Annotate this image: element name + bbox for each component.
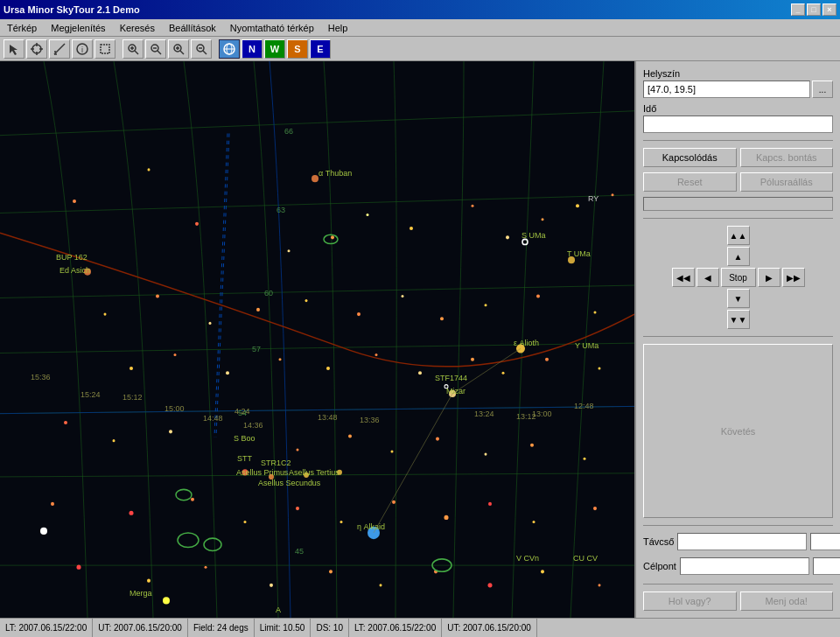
progress-bar bbox=[643, 197, 833, 211]
svg-text:63: 63 bbox=[276, 206, 285, 214]
minimize-button[interactable]: _ bbox=[791, 4, 805, 16]
svg-text:66: 66 bbox=[284, 126, 293, 135]
svg-point-44 bbox=[73, 200, 76, 203]
nav-down-button[interactable]: ▼ bbox=[727, 289, 750, 308]
svg-text:13:00: 13:00 bbox=[532, 410, 551, 418]
polusraallas-button[interactable]: Pólusraállás bbox=[740, 172, 834, 192]
nav-controls: ▲▲ ▲ ◀◀ ◀ Stop ▶ ▶▶ ▼ ▼▼ bbox=[643, 226, 833, 329]
svg-text:15:12: 15:12 bbox=[122, 393, 142, 402]
svg-text:Asellus Secundus: Asellus Secundus bbox=[258, 479, 321, 487]
tool-crosshair[interactable] bbox=[26, 39, 47, 59]
tool-measure[interactable] bbox=[49, 39, 70, 59]
svg-line-6 bbox=[54, 44, 65, 54]
svg-point-51 bbox=[472, 205, 474, 207]
tool-zoom-in[interactable] bbox=[122, 39, 144, 59]
tool-zoom-out[interactable] bbox=[145, 39, 166, 59]
helyszin-browse-button[interactable]: ... bbox=[812, 80, 833, 98]
svg-rect-29 bbox=[0, 61, 634, 618]
compass-e[interactable]: E bbox=[310, 39, 331, 59]
svg-point-108 bbox=[598, 584, 601, 586]
maximize-button[interactable]: □ bbox=[807, 4, 821, 16]
close-button[interactable]: × bbox=[822, 4, 836, 16]
divider-3 bbox=[643, 336, 833, 337]
svg-point-119 bbox=[163, 597, 170, 604]
svg-text:45: 45 bbox=[295, 547, 304, 556]
helyszin-input[interactable] bbox=[643, 80, 810, 98]
star-map[interactable]: .grid-line { stroke: #1a5c1a; stroke-wid… bbox=[0, 61, 634, 618]
nav-downdown-button[interactable]: ▼▼ bbox=[727, 310, 750, 329]
compass-w[interactable]: W bbox=[264, 39, 285, 59]
svg-text:A: A bbox=[276, 606, 282, 614]
nav-up-button[interactable]: ▲ bbox=[727, 247, 750, 266]
svg-point-106 bbox=[488, 583, 493, 587]
svg-point-58 bbox=[209, 322, 212, 325]
nav-row-down: ▼ bbox=[643, 289, 833, 308]
menu-beallitasok[interactable]: Beállítások bbox=[165, 21, 220, 35]
nav-row-downdown: ▼▼ bbox=[643, 310, 833, 329]
stop-button[interactable]: Stop bbox=[721, 268, 756, 287]
menj-oda-button[interactable]: Menj oda! bbox=[740, 592, 834, 611]
svg-point-82 bbox=[348, 434, 352, 438]
svg-text:Asellus Primus: Asellus Primus bbox=[236, 468, 289, 477]
tool-info[interactable]: i bbox=[72, 39, 93, 59]
tool-select-box[interactable] bbox=[94, 39, 116, 59]
compass-n[interactable]: N bbox=[242, 39, 262, 59]
ido-input[interactable] bbox=[643, 116, 833, 133]
svg-text:BUP 162: BUP 162 bbox=[56, 253, 88, 262]
celpoint-input[interactable] bbox=[680, 557, 809, 575]
ido-section: Idő bbox=[643, 103, 833, 133]
menu-kereses[interactable]: Keresés bbox=[116, 21, 158, 35]
svg-point-71 bbox=[326, 367, 330, 370]
svg-point-34 bbox=[312, 175, 318, 182]
nav-fastback-button[interactable]: ◀◀ bbox=[672, 268, 695, 287]
toolbar: i N W S E bbox=[0, 37, 840, 61]
svg-point-61 bbox=[357, 312, 360, 316]
menu-nyomtathato[interactable]: Nyomtatható térkép bbox=[227, 21, 318, 35]
menu-help[interactable]: Help bbox=[325, 21, 352, 35]
tavcso-input[interactable] bbox=[677, 533, 807, 550]
svg-rect-11 bbox=[101, 45, 109, 53]
svg-point-95 bbox=[444, 515, 449, 520]
status-lt: LT: 2007.06.15/22:00 bbox=[0, 619, 93, 637]
status-limit: Limit: 10.50 bbox=[255, 619, 312, 637]
svg-point-100 bbox=[147, 579, 150, 583]
svg-text:STF1744: STF1744 bbox=[435, 374, 467, 382]
svg-text:13:36: 13:36 bbox=[360, 416, 379, 424]
tavcso-input2[interactable] bbox=[810, 533, 840, 550]
tool-pointer[interactable] bbox=[4, 39, 24, 59]
tool-zoom-in2[interactable] bbox=[168, 39, 189, 59]
svg-point-98 bbox=[593, 507, 597, 510]
svg-point-68 bbox=[174, 354, 177, 356]
reset-button[interactable]: Reset bbox=[643, 172, 737, 192]
svg-point-70 bbox=[279, 358, 282, 360]
svg-point-89 bbox=[130, 511, 134, 515]
kapcsolodas-button[interactable]: Kapcsolódás bbox=[643, 148, 737, 167]
ido-label: Idő bbox=[643, 103, 833, 114]
compass-s[interactable]: S bbox=[287, 39, 308, 59]
svg-line-24 bbox=[203, 51, 206, 54]
nav-upup-button[interactable]: ▲▲ bbox=[727, 226, 750, 245]
hol-vagy-button[interactable]: Hol vagy? bbox=[643, 592, 737, 611]
svg-point-57 bbox=[156, 294, 159, 298]
svg-point-81 bbox=[297, 448, 299, 451]
svg-text:ε Alioth: ε Alioth bbox=[514, 339, 539, 347]
tool-zoom-out2[interactable] bbox=[191, 39, 212, 59]
window-title: Ursa Minor SkyTour 2.1 Demo bbox=[4, 4, 140, 15]
svg-point-62 bbox=[402, 295, 404, 298]
nav-forward-button[interactable]: ▶ bbox=[758, 268, 780, 287]
svg-text:4:24: 4:24 bbox=[234, 407, 249, 416]
menu-megjelenites[interactable]: Megjelenítés bbox=[47, 21, 108, 35]
kovetes-button[interactable]: Követés bbox=[643, 344, 833, 518]
divider-4 bbox=[643, 525, 833, 526]
status-bar: LT: 2007.06.15/22:00 UT: 2007.06.15/20:0… bbox=[0, 618, 840, 637]
svg-text:13:24: 13:24 bbox=[474, 410, 494, 418]
svg-point-80 bbox=[169, 430, 172, 433]
svg-text:T UMa: T UMa bbox=[567, 249, 592, 258]
nav-back-button[interactable]: ◀ bbox=[696, 268, 719, 287]
svg-point-47 bbox=[288, 249, 290, 252]
nav-fastforward-button[interactable]: ▶▶ bbox=[782, 268, 805, 287]
kapcs-bontás-button[interactable]: Kapcs. bontás bbox=[740, 148, 834, 167]
celpoint-input2[interactable] bbox=[813, 557, 840, 575]
tool-globe[interactable] bbox=[219, 39, 240, 59]
menu-terkep[interactable]: Térkép bbox=[4, 21, 40, 35]
